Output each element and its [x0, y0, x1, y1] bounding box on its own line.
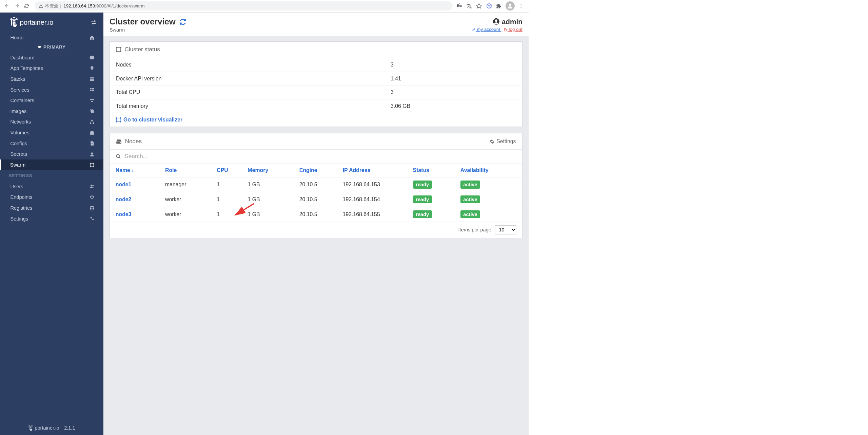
availability-badge: active — [460, 210, 480, 218]
sidebar-item-configs[interactable]: Configs — [0, 138, 103, 149]
settings-section-header: SETTINGS — [0, 170, 103, 181]
footer-logo[interactable]: portainer.io — [28, 425, 59, 431]
sidebar-item-users[interactable]: Users — [0, 181, 103, 192]
svg-rect-37 — [93, 163, 94, 164]
cluster-visualizer-link[interactable]: Go to cluster visualizer — [110, 113, 522, 127]
sidebar-toggle[interactable] — [91, 19, 97, 25]
menu-dots-icon[interactable] — [518, 3, 524, 9]
column-engine[interactable]: Engine — [294, 164, 337, 177]
node-link[interactable]: node2 — [116, 196, 132, 202]
extension-box-icon[interactable] — [486, 3, 492, 9]
object-group-icon — [116, 117, 121, 122]
column-role[interactable]: Role — [159, 164, 211, 177]
address-bar[interactable]: 不安全 | 192.168.64.153:9000/#!/1/docker/sw… — [35, 1, 453, 11]
profile-avatar[interactable] — [506, 1, 515, 11]
refresh-icon[interactable] — [179, 18, 186, 25]
status-key: Nodes — [116, 62, 391, 68]
tachometer-icon — [89, 55, 95, 60]
translate-icon[interactable] — [466, 3, 472, 9]
logo-text: portainer.io — [20, 18, 53, 26]
my-account-link[interactable]: my account — [472, 27, 501, 32]
search-row — [110, 150, 522, 163]
svg-rect-22 — [92, 80, 94, 80]
nodes-table: Name ↓↑RoleCPUMemoryEngineIP AddressStat… — [110, 164, 522, 222]
bookmark-star-icon[interactable] — [476, 3, 482, 9]
sidebar-item-label: Volumes — [10, 130, 29, 135]
svg-point-16 — [92, 67, 92, 68]
list-icon — [89, 76, 95, 82]
url-text: 192.168.64.153:9000/#!/1/docker/swarm — [63, 3, 144, 8]
portainer-logo-icon — [10, 17, 18, 27]
ipp-select[interactable]: 10 — [495, 225, 516, 235]
sidebar-item-volumes[interactable]: Volumes — [0, 127, 103, 138]
status-row: Nodes3 — [110, 58, 522, 72]
svg-rect-30 — [90, 123, 92, 124]
nodes-panel: Nodes Settings Name ↓↑RoleCPUMemoryEngin… — [110, 133, 522, 238]
column-memory[interactable]: Memory — [242, 164, 294, 177]
table-row: node2worker11 GB20.10.5192.168.64.154rea… — [110, 192, 522, 207]
column-cpu[interactable]: CPU — [211, 164, 242, 177]
sidebar-item-label: Configs — [10, 141, 27, 146]
sidebar-item-label: Home — [10, 35, 23, 40]
svg-rect-19 — [90, 80, 91, 80]
sitemap-icon — [89, 119, 95, 125]
svg-rect-29 — [92, 120, 93, 121]
sidebar-item-home[interactable]: Home — [0, 32, 103, 43]
logout-link[interactable]: log out — [504, 27, 522, 32]
forward-button[interactable] — [13, 1, 22, 11]
svg-point-63 — [120, 142, 121, 143]
key-icon[interactable] — [456, 3, 462, 9]
svg-point-14 — [15, 24, 16, 25]
engine-cell: 20.10.5 — [294, 207, 337, 222]
status-badge: ready — [413, 181, 432, 188]
table-footer: Items per page 10 — [110, 222, 522, 238]
sidebar-item-app-templates[interactable]: App Templates — [0, 63, 103, 74]
reload-button[interactable] — [22, 1, 32, 11]
plug-icon — [38, 45, 41, 49]
svg-rect-20 — [92, 77, 94, 78]
sidebar-item-dashboard[interactable]: Dashboard — [0, 52, 103, 63]
sidebar-item-settings[interactable]: Settings — [0, 213, 103, 224]
users-icon — [89, 184, 95, 189]
sidebar-item-label: Containers — [10, 98, 34, 103]
sidebar-item-networks[interactable]: Networks — [0, 117, 103, 128]
main-content: Cluster overview Swarm admin my account — [103, 13, 529, 435]
logo[interactable]: portainer.io — [10, 17, 53, 27]
sidebar-footer: portainer.io 2.1.1 — [0, 425, 103, 431]
back-button[interactable] — [2, 1, 12, 11]
sidebar-item-secrets[interactable]: Secrets — [0, 149, 103, 160]
column-name[interactable]: Name ↓↑ — [110, 164, 159, 177]
insecure-label: 不安全 — [45, 3, 58, 9]
sidebar-item-stacks[interactable]: Stacks — [0, 74, 103, 84]
search-input[interactable] — [125, 153, 516, 160]
sidebar-item-label: Settings — [10, 216, 28, 222]
svg-rect-45 — [29, 426, 29, 430]
sidebar-item-containers[interactable]: Containers — [0, 95, 103, 106]
svg-point-41 — [93, 185, 94, 187]
extensions-icon[interactable] — [496, 3, 502, 9]
column-status[interactable]: Status — [407, 164, 455, 177]
svg-rect-25 — [92, 88, 94, 89]
svg-rect-6 — [10, 19, 18, 20]
availability-badge: active — [460, 181, 480, 188]
sidebar-item-endpoints[interactable]: Endpoints — [0, 192, 103, 203]
svg-rect-31 — [93, 123, 94, 124]
column-ip-address[interactable]: IP Address — [337, 164, 407, 177]
column-availability[interactable]: Availability — [455, 164, 522, 177]
not-secure-warning: 不安全 | — [39, 3, 61, 9]
cluster-status-panel: Cluster status Nodes3Docker API version1… — [110, 41, 522, 127]
home-icon — [89, 35, 95, 40]
sidebar-item-images[interactable]: Images — [0, 106, 103, 117]
node-link[interactable]: node1 — [116, 182, 132, 187]
nodes-settings-button[interactable]: Settings — [490, 138, 516, 145]
sidebar-item-label: Users — [10, 184, 23, 189]
cpu-cell: 1 — [211, 192, 242, 207]
svg-rect-57 — [120, 51, 121, 52]
svg-point-32 — [93, 133, 94, 134]
memory-cell: 1 GB — [242, 177, 294, 192]
sidebar-item-swarm[interactable]: Swarm — [0, 159, 103, 170]
sidebar-item-registries[interactable]: Registries — [0, 203, 103, 213]
svg-rect-10 — [14, 22, 16, 23]
node-link[interactable]: node3 — [116, 211, 132, 217]
sidebar-item-services[interactable]: Services — [0, 84, 103, 95]
